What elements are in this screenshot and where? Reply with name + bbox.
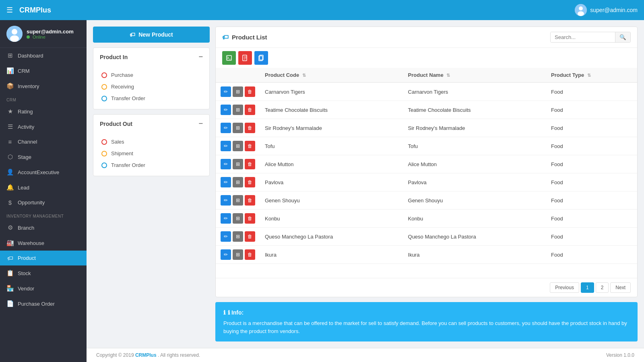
sidebar-label-dashboard: Dashboard <box>18 53 43 59</box>
product-in-purchase[interactable]: Purchase <box>93 69 209 81</box>
col-actions <box>216 68 260 82</box>
cell-product-type: Food <box>546 155 637 173</box>
product-out-sales[interactable]: Sales <box>93 136 209 148</box>
view-button[interactable]: ⊞ <box>233 213 243 224</box>
sidebar-item-rating[interactable]: ★ Rating <box>0 104 87 119</box>
user-avatar-top <box>575 4 587 16</box>
search-button[interactable]: 🔍 <box>615 32 630 42</box>
view-button[interactable]: ⊞ <box>233 195 243 206</box>
new-product-button[interactable]: 🏷 New Product <box>93 27 210 43</box>
cell-product-name: Ikura <box>403 246 547 264</box>
edit-button[interactable]: ✏ <box>221 177 231 187</box>
sidebar-item-branch[interactable]: ⚙ Branch <box>0 220 87 235</box>
sidebar-item-inventory-main[interactable]: 📦 Inventory <box>0 78 87 94</box>
activity-icon: ☰ <box>6 123 14 130</box>
new-product-tag-icon: 🏷 <box>130 31 135 38</box>
sidebar-item-lead[interactable]: 🔔 Lead <box>0 180 87 195</box>
pagination-page-2[interactable]: 2 <box>596 282 609 293</box>
table-row: ✏ ⊞ 🗑 Alice Mutton Alice Mutton Food <box>216 155 637 173</box>
sidebar-item-channel[interactable]: ≡ Channel <box>0 134 87 149</box>
product-out-header[interactable]: Product Out − <box>93 115 209 133</box>
sidebar-item-product[interactable]: 🏷 Product <box>0 251 87 265</box>
sidebar-item-crm[interactable]: 📊 CRM <box>0 63 87 78</box>
edit-button[interactable]: ✏ <box>221 86 231 97</box>
sidebar-section-inventory: INVENTORY MANAGEMENT <box>0 210 87 220</box>
product-icon: 🏷 <box>6 255 14 261</box>
sort-name-icon: ⇅ <box>446 73 450 78</box>
table-row: ✏ ⊞ 🗑 Tofu Tofu Food <box>216 137 637 155</box>
cell-product-type: Food <box>546 191 637 210</box>
cell-product-name: Sir Rodney's Marmalade <box>403 119 547 137</box>
edit-button[interactable]: ✏ <box>221 249 231 260</box>
product-in-transfer-order[interactable]: Transfer Order <box>93 93 209 104</box>
hamburger-icon[interactable]: ☰ <box>6 6 13 14</box>
purchase-circle-icon <box>101 72 107 78</box>
edit-button[interactable]: ✏ <box>221 141 231 151</box>
view-button[interactable]: ⊞ <box>233 249 243 260</box>
view-button[interactable]: ⊞ <box>233 231 243 242</box>
export-excel-button[interactable] <box>222 51 236 65</box>
delete-button[interactable]: 🗑 <box>245 86 255 97</box>
sidebar-item-stage[interactable]: ⬡ Stage <box>0 149 87 165</box>
search-input[interactable] <box>551 32 615 42</box>
product-list-card: 🏷 Product List 🔍 <box>215 27 638 297</box>
purchase-order-icon: 📄 <box>6 300 14 307</box>
product-out-transfer-order[interactable]: Transfer Order <box>93 159 209 171</box>
sidebar-item-dashboard[interactable]: ⊞ Dashboard <box>0 48 87 63</box>
receiving-circle-icon <box>101 84 107 90</box>
delete-button[interactable]: 🗑 <box>245 231 255 242</box>
view-button[interactable]: ⊞ <box>233 123 243 133</box>
sidebar-username: super@admin.com <box>27 29 74 35</box>
delete-button[interactable]: 🗑 <box>245 177 255 187</box>
cell-product-name: Tofu <box>403 137 547 155</box>
sidebar-item-warehouse[interactable]: 🏭 Warehouse <box>0 235 87 251</box>
product-table: Product Code ⇅ Product Name ⇅ Product Ty… <box>216 68 637 264</box>
sidebar-item-account-executive[interactable]: 👤 AccountExecutive <box>0 165 87 180</box>
sidebar-label-inventory: Inventory <box>18 83 39 89</box>
edit-button[interactable]: ✏ <box>221 195 231 206</box>
edit-button[interactable]: ✏ <box>221 231 231 242</box>
col-product-code[interactable]: Product Code ⇅ <box>260 68 403 82</box>
pagination-page-1[interactable]: 1 <box>581 282 594 293</box>
sidebar-item-activity[interactable]: ☰ Activity <box>0 119 87 134</box>
sidebar-item-opportunity[interactable]: $ Opportunity <box>0 195 87 210</box>
vendor-icon: 🏪 <box>6 285 14 292</box>
cell-product-name: Genen Shouyu <box>403 191 547 210</box>
view-button[interactable]: ⊞ <box>233 159 243 169</box>
edit-button[interactable]: ✏ <box>221 213 231 224</box>
stock-icon: 📋 <box>6 269 14 277</box>
col-product-type[interactable]: Product Type ⇅ <box>546 68 637 82</box>
sidebar-label-opportunity: Opportunity <box>18 200 45 206</box>
delete-button[interactable]: 🗑 <box>245 213 255 224</box>
delete-button[interactable]: 🗑 <box>245 105 255 115</box>
sidebar-item-vendor[interactable]: 🏪 Vendor <box>0 281 87 296</box>
view-button[interactable]: ⊞ <box>233 105 243 115</box>
product-in-header[interactable]: Product In − <box>93 48 209 66</box>
sidebar-item-stock[interactable]: 📋 Stock <box>0 265 87 281</box>
delete-button[interactable]: 🗑 <box>245 123 255 133</box>
pagination-previous[interactable]: Previous <box>550 282 579 293</box>
sidebar-item-purchase-order[interactable]: 📄 Purchase Order <box>0 296 87 311</box>
edit-button[interactable]: ✏ <box>221 105 231 115</box>
sidebar-label-lead: Lead <box>18 185 29 191</box>
export-copy-button[interactable] <box>254 51 268 65</box>
sidebar-label-product: Product <box>18 255 36 261</box>
sidebar: super@admin.com Online ⊞ Dashboard 📊 CRM… <box>0 20 87 362</box>
view-button[interactable]: ⊞ <box>233 141 243 151</box>
export-pdf-button[interactable] <box>238 51 252 65</box>
sidebar-label-channel: Channel <box>18 139 37 145</box>
col-product-name[interactable]: Product Name ⇅ <box>403 68 547 82</box>
edit-button[interactable]: ✏ <box>221 123 231 133</box>
pagination-next[interactable]: Next <box>610 282 631 293</box>
edit-button[interactable]: ✏ <box>221 159 231 169</box>
delete-button[interactable]: 🗑 <box>245 195 255 206</box>
product-out-shipment[interactable]: Shipment <box>93 148 209 159</box>
table-row: ✏ ⊞ 🗑 Queso Manchego La Pastora Queso Ma… <box>216 228 637 246</box>
sort-type-icon: ⇅ <box>587 73 591 78</box>
product-in-receiving[interactable]: Receiving <box>93 81 209 93</box>
delete-button[interactable]: 🗑 <box>245 159 255 169</box>
view-button[interactable]: ⊞ <box>233 86 243 97</box>
delete-button[interactable]: 🗑 <box>245 141 255 151</box>
delete-button[interactable]: 🗑 <box>245 249 255 260</box>
view-button[interactable]: ⊞ <box>233 177 243 187</box>
